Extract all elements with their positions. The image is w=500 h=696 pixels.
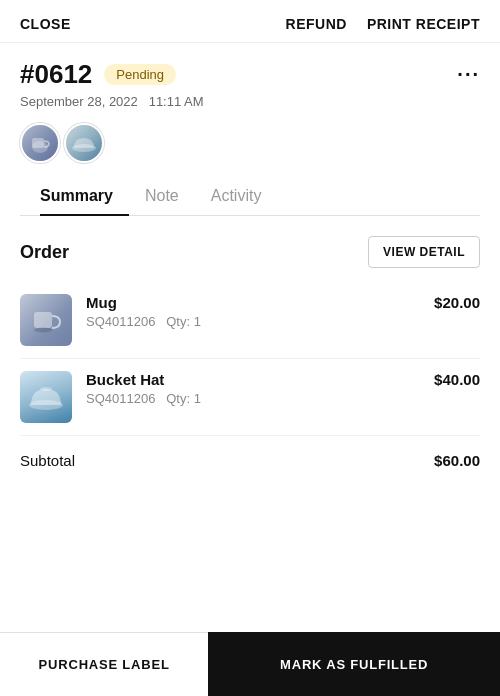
- tab-activity[interactable]: Activity: [211, 179, 278, 215]
- order-item-mug: Mug SQ4011206 Qty: 1 $20.00: [20, 282, 480, 359]
- svg-rect-1: [32, 138, 44, 148]
- tab-summary[interactable]: Summary: [40, 179, 129, 215]
- order-section-label: Order: [20, 242, 69, 263]
- subtotal-row: Subtotal $60.00: [20, 436, 480, 485]
- bottom-action-bar: PURCHASE LABEL MARK AS FULFILLED: [0, 632, 500, 696]
- item-price-hat: $40.00: [434, 371, 480, 388]
- top-bar: CLOSE REFUND PRINT RECEIPT: [0, 0, 500, 43]
- tabs: Summary Note Activity: [20, 179, 480, 216]
- item-info-hat: Bucket Hat SQ4011206 Qty: 1: [86, 371, 434, 406]
- main-content: Order VIEW DETAIL Mug SQ4011206 Qty: 1 $…: [0, 216, 500, 485]
- mug-product-image: [20, 294, 72, 346]
- print-receipt-button[interactable]: PRINT RECEIPT: [367, 16, 480, 32]
- mark-fulfilled-button[interactable]: MARK AS FULFILLED: [208, 632, 500, 696]
- item-sub-mug: SQ4011206 Qty: 1: [86, 314, 434, 329]
- hat-product-image: [20, 371, 72, 423]
- close-button[interactable]: CLOSE: [20, 16, 71, 32]
- order-time-text: 11:11 AM: [149, 94, 204, 109]
- item-price-mug: $20.00: [434, 294, 480, 311]
- item-name-hat: Bucket Hat: [86, 371, 434, 388]
- order-date-text: September 28, 2022: [20, 94, 138, 109]
- item-image-hat: [20, 371, 72, 423]
- item-sub-hat: SQ4011206 Qty: 1: [86, 391, 434, 406]
- order-item-hat: Bucket Hat SQ4011206 Qty: 1 $40.00: [20, 359, 480, 436]
- subtotal-label: Subtotal: [20, 452, 75, 469]
- avatar-hat: [64, 123, 104, 163]
- more-options-button[interactable]: ···: [457, 63, 480, 86]
- order-number: #0612: [20, 59, 92, 90]
- item-image-mug: [20, 294, 72, 346]
- svg-rect-3: [34, 312, 52, 328]
- top-bar-actions: REFUND PRINT RECEIPT: [286, 16, 480, 32]
- avatar-mug: [20, 123, 60, 163]
- view-detail-button[interactable]: VIEW DETAIL: [368, 236, 480, 268]
- avatar-hat-image: [66, 125, 102, 161]
- order-title-row: #0612 Pending ···: [20, 59, 480, 90]
- avatar-mug-image: [22, 125, 58, 161]
- item-name-mug: Mug: [86, 294, 434, 311]
- svg-point-6: [40, 387, 52, 391]
- order-date: September 28, 2022 11:11 AM: [20, 94, 480, 109]
- purchase-label-button[interactable]: PURCHASE LABEL: [0, 632, 208, 696]
- svg-point-4: [34, 328, 52, 333]
- order-title-left: #0612 Pending: [20, 59, 176, 90]
- order-section-header: Order VIEW DETAIL: [20, 216, 480, 282]
- header-section: #0612 Pending ··· September 28, 2022 11:…: [0, 43, 500, 216]
- subtotal-value: $60.00: [434, 452, 480, 469]
- refund-button[interactable]: REFUND: [286, 16, 347, 32]
- product-avatars: [20, 123, 480, 163]
- tab-note[interactable]: Note: [145, 179, 195, 215]
- status-badge: Pending: [104, 64, 176, 85]
- item-info-mug: Mug SQ4011206 Qty: 1: [86, 294, 434, 329]
